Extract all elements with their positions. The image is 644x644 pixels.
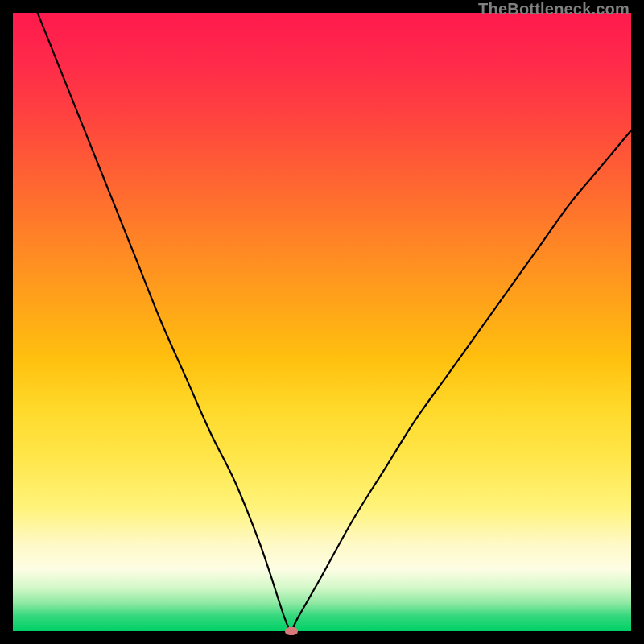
watermark-text: TheBottleneck.com <box>478 0 630 19</box>
plot-area <box>13 13 631 631</box>
bottleneck-curve <box>13 13 631 631</box>
optimal-marker <box>285 627 298 635</box>
chart-frame: TheBottleneck.com <box>0 0 644 644</box>
